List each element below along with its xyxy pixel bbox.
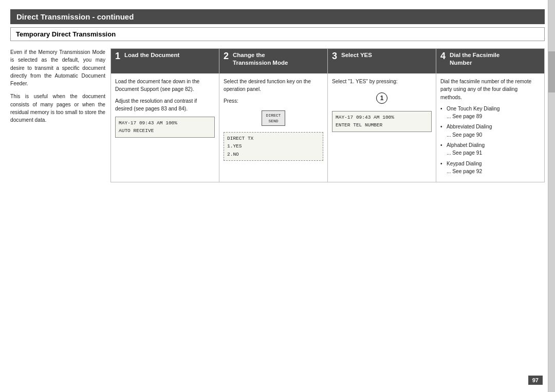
step-3-header: 3 Select YES (328, 49, 436, 73)
step-2-body: Select the desired function key on the o… (219, 73, 327, 182)
scrollbar[interactable] (548, 0, 555, 392)
content-area: Even if the Memory Transmission Mode is … (10, 48, 545, 182)
step-1: 1 Load the Document Load the document fa… (111, 49, 219, 182)
step-3-body: Select "1. YES" by pressing: 1 MAY-17 09… (328, 73, 436, 182)
step-2-lcd: DIRECT TX 1.YES 2.NO (224, 132, 323, 161)
left-para-2: This is useful when the document consist… (10, 92, 105, 124)
step-3-body-line-1: Select "1. YES" by pressing: (332, 78, 432, 85)
sub-title: Temporary Direct Transmission (10, 27, 545, 41)
step-4-body: Dial the facsimile number of the remote … (436, 73, 544, 182)
step-3-lcd: MAY-17 09:43 AM 100% ENTER TEL NUMBER (332, 111, 432, 132)
bullet-item-3: Alphabet Dialing... See page 91 (440, 141, 540, 157)
step-4-header: 4 Dial the FacsimileNumber (436, 49, 544, 73)
step-4-number: 4 (440, 51, 446, 61)
step-4: 4 Dial the FacsimileNumber Dial the facs… (436, 49, 544, 182)
step-1-header: 1 Load the Document (111, 49, 219, 73)
step-1-body: Load the document face down in the Docum… (111, 73, 219, 182)
bullet-item-2: Abbreviated Dialing... See page 90 (440, 123, 540, 139)
step-2-title: Change theTransmission Mode (233, 51, 288, 67)
step-2-header: 2 Change theTransmission Mode (219, 49, 327, 73)
page-number: 97 (528, 376, 543, 385)
step-1-lcd: MAY-17 09:43 AM 100% AUTO RECEIVE (115, 117, 215, 137)
step-1-number: 1 (115, 51, 120, 61)
step-2-number: 2 (224, 51, 229, 61)
main-title: Direct Transmission - continued (10, 9, 545, 24)
step-4-bullet-list: One Touch Key Dialing... See page 89 Abb… (440, 105, 540, 175)
scrollbar-thumb[interactable] (548, 51, 555, 92)
step-1-body-line-2: Adjust the resolution and contrast if de… (115, 97, 215, 113)
bullet-item-4: Keypad Dialing... See page 92 (440, 160, 540, 176)
step-2-body-line-2: Press: (224, 97, 323, 105)
bullet-item-1: One Touch Key Dialing... See page 89 (440, 105, 540, 121)
page-container: Direct Transmission - continued Temporar… (0, 0, 555, 392)
direct-send-button-graphic: DIRECTSEND (262, 110, 286, 126)
step-3-circle-container: 1 (332, 89, 432, 107)
step-3-circle-num: 1 (376, 92, 387, 104)
step-4-body-line-1: Dial the facsimile number of the remote … (440, 78, 540, 101)
step-1-title: Load the Document (124, 51, 179, 59)
left-para-1: Even if the Memory Transmission Mode is … (10, 48, 105, 87)
step-4-title: Dial the FacsimileNumber (450, 51, 499, 67)
steps-area: 1 Load the Document Load the document fa… (110, 48, 545, 182)
step-2: 2 Change theTransmission Mode Select the… (219, 49, 328, 182)
left-text-column: Even if the Memory Transmission Mode is … (10, 48, 110, 182)
step-1-body-line-1: Load the document face down in the Docum… (115, 78, 215, 94)
step-3: 3 Select YES Select "1. YES" by pressing… (328, 49, 436, 182)
step-3-title: Select YES (341, 51, 372, 59)
step-3-number: 3 (332, 51, 337, 61)
step-2-body-line-1: Select the desired function key on the o… (224, 78, 323, 94)
